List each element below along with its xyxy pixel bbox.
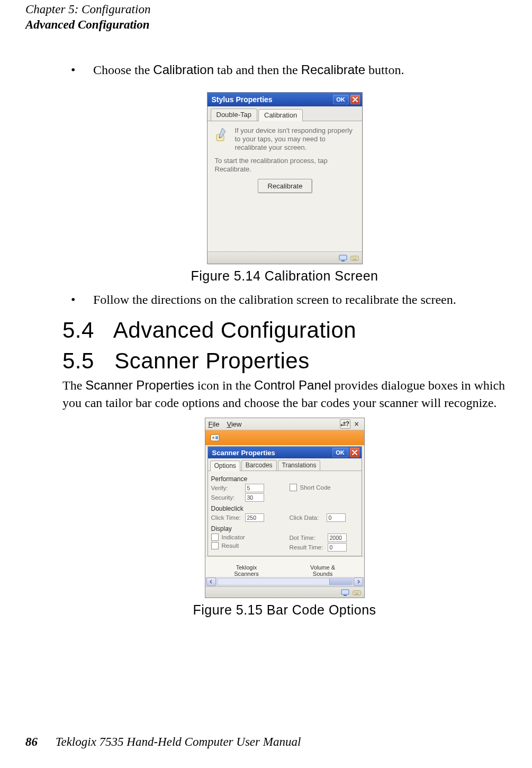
close-button[interactable]: × (353, 420, 361, 428)
ok-button[interactable]: OK (333, 95, 349, 104)
cp-item-label-1a: Teklogix (209, 564, 285, 571)
tab-calibration[interactable]: Calibration (258, 109, 303, 121)
field-click-data[interactable]: 0 (327, 513, 346, 522)
chevron-right-icon (356, 580, 360, 584)
label-result: Result (222, 543, 239, 549)
desktop-icon[interactable] (341, 588, 349, 597)
paragraph-scanner-properties: The Scanner Properties icon in the Contr… (62, 377, 507, 411)
tab-double-tap[interactable]: Double-Tap (211, 109, 258, 121)
dialog-title: Scanner Properties (212, 449, 275, 457)
field-verify[interactable]: 5 (245, 484, 264, 492)
field-security[interactable]: 30 (245, 493, 264, 502)
close-icon (353, 97, 358, 102)
checkbox-short-code[interactable] (290, 484, 297, 491)
heading-5-5: 5.5 Scanner Properties (62, 348, 507, 374)
control-panel-toolbar (205, 430, 364, 445)
bullet-follow-directions: Follow the directions on the calibration… (62, 291, 507, 308)
page-number: 86 (25, 735, 38, 748)
label-indicator: Indicator (222, 534, 245, 540)
ok-button[interactable]: OK (332, 448, 348, 457)
cp-item-volume-sounds[interactable]: Volume & Sounds (285, 564, 361, 577)
manual-title: Teklogix 7535 Hand-Held Computer User Ma… (56, 735, 301, 748)
close-button[interactable] (350, 95, 360, 104)
close-icon (352, 450, 357, 455)
heading-title: Advanced Configuration (113, 318, 356, 342)
field-click-time[interactable]: 250 (245, 513, 264, 522)
cp-item-label-1b: Scanners (209, 571, 285, 577)
page-footer: 86 Teklogix 7535 Hand-Held Computer User… (0, 735, 532, 749)
hint-text-2: To start the recalibration process, tap … (215, 157, 357, 174)
scroll-left-button[interactable] (206, 577, 216, 586)
keyboard-icon[interactable] (353, 588, 361, 597)
svg-point-6 (212, 437, 214, 439)
svg-rect-2 (339, 255, 347, 260)
help-icon: ⥄? (340, 420, 349, 428)
label-dot-time: Dot Time: (290, 535, 324, 541)
label-click-data: Click Data: (290, 514, 323, 521)
figure-caption-2: Figure 5.15 Bar Code Options (62, 602, 507, 618)
scroll-right-button[interactable] (354, 577, 363, 586)
dialog-titlebar: Scanner Properties OK (208, 447, 362, 458)
taskbar (208, 251, 362, 264)
cp-item-label-2b: Sounds (285, 571, 361, 577)
svg-rect-3 (341, 260, 345, 261)
scroll-thumb[interactable] (329, 579, 352, 585)
help-button[interactable]: ⥄? (340, 419, 350, 429)
menu-view[interactable]: View (227, 420, 241, 428)
screenshot-stylus-properties: Stylus Properties OK Double-Tap Calibrat… (207, 92, 363, 264)
scroll-track[interactable] (217, 578, 353, 585)
dialog-titlebar: Stylus Properties OK (208, 93, 362, 106)
tabstrip: Options Barcodes Translations (208, 458, 362, 471)
hint-text-1: If your device isn't responding properly… (235, 127, 357, 152)
field-result-time[interactable]: 0 (328, 543, 347, 552)
label-short-code: Short Code (300, 484, 331, 491)
heading-5-4: 5.4 Advanced Configuration (62, 318, 507, 343)
horizontal-scrollbar[interactable] (205, 577, 364, 586)
keyboard-icon[interactable] (350, 254, 359, 262)
desktop-icon[interactable] (339, 254, 347, 262)
text: The (62, 378, 85, 392)
recalibrate-button[interactable]: Recalibrate (258, 179, 313, 193)
stylus-tap-icon (214, 127, 230, 143)
control-panel-icon (210, 432, 220, 443)
label-verify: Verify: (211, 485, 242, 491)
group-doubleclick: Doubleclick (211, 505, 358, 512)
dialog-title: Stylus Properties (212, 95, 273, 104)
ui-term-scanner-properties: Scanner Properties (85, 378, 194, 392)
svg-rect-8 (341, 590, 349, 594)
checkbox-indicator[interactable] (211, 534, 219, 541)
menu-file[interactable]: File (209, 420, 220, 428)
ui-term-control-panel: Control Panel (254, 378, 331, 392)
chevron-left-icon (209, 580, 213, 584)
svg-point-1 (219, 137, 220, 138)
tab-options[interactable]: Options (210, 460, 240, 471)
label-security: Security: (211, 494, 242, 501)
svg-rect-9 (344, 595, 347, 596)
group-performance: Performance (211, 475, 358, 483)
menubar: File View ⥄? × (205, 418, 364, 430)
cp-item-teklogix-scanners[interactable]: Teklogix Scanners (209, 564, 285, 577)
taskbar (205, 586, 364, 598)
group-display: Display (211, 525, 358, 532)
control-panel-items: Teklogix Scanners Volume & Sounds (205, 556, 364, 577)
text: Choose the (93, 63, 153, 77)
svg-rect-7 (215, 436, 218, 439)
bullet-choose-calibration: Choose the Calibration tab and then the … (62, 61, 507, 78)
ui-term-calibration: Calibration (153, 62, 214, 77)
scanner-properties-dialog: Scanner Properties OK Options Barcodes T… (208, 446, 362, 556)
heading-title: Scanner Properties (114, 348, 310, 373)
cp-item-label-2a: Volume & (285, 564, 361, 571)
checkbox-result[interactable] (211, 542, 219, 549)
svg-rect-4 (351, 256, 358, 260)
text: icon in the (194, 378, 254, 392)
tab-barcodes[interactable]: Barcodes (241, 460, 277, 471)
tabstrip: Double-Tap Calibration (208, 106, 362, 121)
tab-translations[interactable]: Translations (278, 460, 321, 471)
ui-term-recalibrate: Recalibrate (301, 62, 365, 77)
screenshot-scanner-properties: File View ⥄? × Scanner Properties (205, 418, 365, 598)
heading-number: 5.4 (62, 318, 108, 343)
field-dot-time[interactable]: 2000 (328, 534, 347, 542)
close-button[interactable] (350, 448, 359, 457)
label-click-time: Click Time: (211, 514, 242, 521)
text: tab and then the (214, 63, 301, 77)
